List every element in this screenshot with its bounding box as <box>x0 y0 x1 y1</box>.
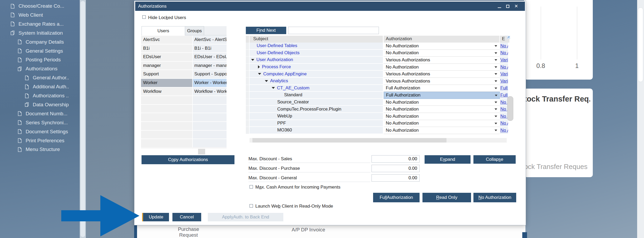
dropdown-caret-icon[interactable] <box>495 123 497 124</box>
user-row[interactable] <box>141 122 227 131</box>
subject-cell[interactable]: User-Defined Tables <box>250 43 384 50</box>
authorization-column-header[interactable]: Authorization <box>384 36 500 43</box>
authorization-cell[interactable]: No Authorization <box>384 113 500 120</box>
dropdown-caret-icon[interactable] <box>495 108 497 110</box>
user-code-cell[interactable] <box>141 105 192 113</box>
user-row[interactable] <box>141 113 227 122</box>
effective-authorization-cell[interactable]: Full Authorization <box>500 85 508 92</box>
tree-row[interactable]: User-Defined ObjectsNo AuthorizationNo A… <box>246 50 509 57</box>
effective-authorization-cell[interactable]: Full Authorization <box>500 92 508 99</box>
sidebar-item[interactable]: Series Synchroni... <box>17 118 68 127</box>
user-name-cell[interactable]: Worker - Worker <box>193 79 227 88</box>
effective-authorization-link[interactable]: No Authorization <box>500 65 508 70</box>
user-row[interactable]: WorkflowWorkflow - Workflow <box>141 88 227 96</box>
user-row[interactable] <box>141 105 227 113</box>
dropdown-caret-icon[interactable] <box>495 80 497 82</box>
subject-cell[interactable]: Process Force <box>250 64 384 71</box>
tree-row[interactable]: AnalyticsVarious AuthorizationsVarious A… <box>246 78 509 85</box>
user-row[interactable]: managermanager - manager <box>141 62 227 70</box>
subject-label[interactable]: Analytics <box>270 78 288 84</box>
user-code-cell[interactable] <box>141 122 192 131</box>
effective-authorization-link[interactable]: Full Authorization <box>500 93 508 98</box>
dropdown-caret-icon[interactable] <box>495 130 497 131</box>
dialog-titlebar[interactable]: Authorizations ✕ <box>135 2 525 11</box>
page-scrollbar[interactable] <box>637 0 644 238</box>
max-discount-purchase-field[interactable]: 0.00 <box>372 165 420 172</box>
collapse-node-icon[interactable] <box>272 87 275 89</box>
user-name-cell[interactable] <box>193 113 227 122</box>
sidebar-scrollbar-thumb[interactable] <box>81 1 85 237</box>
collapse-node-icon[interactable] <box>258 73 261 75</box>
subject-label[interactable]: User-Defined Tables <box>257 43 297 48</box>
effective-authorization-link[interactable]: No Authorization <box>500 100 508 105</box>
tree-row[interactable]: PPFNo AuthorizationNo Authorization <box>246 120 509 127</box>
user-code-cell[interactable] <box>141 131 192 139</box>
effective-authorization-cell[interactable]: No Authorization <box>500 113 508 120</box>
subject-label[interactable]: MO360 <box>277 127 292 133</box>
row-gutter-cell[interactable] <box>246 106 250 113</box>
dropdown-caret-icon[interactable] <box>495 73 497 75</box>
user-row[interactable] <box>141 96 227 105</box>
subject-cell[interactable]: WebUp <box>250 113 384 120</box>
authorizations-tree-table[interactable]: User-Defined TablesNo AuthorizationNo Au… <box>246 43 509 134</box>
user-row[interactable]: EDsUserEDsUser - EDsUser <box>141 53 227 62</box>
user-name-cell[interactable]: EDsUser - EDsUser <box>193 53 227 62</box>
effective-authorization-link[interactable]: No Authorization <box>500 114 508 119</box>
authorization-cell[interactable]: No Authorization <box>384 106 500 113</box>
dropdown-caret-icon[interactable] <box>495 66 497 68</box>
sidebar-item[interactable]: Document Settings <box>17 127 68 136</box>
user-name-cell[interactable] <box>193 96 227 105</box>
subject-label[interactable]: Computec AppEngine <box>263 71 307 77</box>
cancel-button[interactable]: Cancel <box>172 213 201 221</box>
copy-authorizations-button[interactable]: Copy Authorizations <box>142 155 234 164</box>
authorization-cell[interactable]: Various Authorizations <box>384 57 500 64</box>
sidebar-item[interactable]: Exchange Rates a... <box>10 20 64 29</box>
row-gutter-cell[interactable] <box>246 99 250 106</box>
sidebar-item[interactable]: Authorizations .. <box>24 91 69 100</box>
sidebar-item[interactable]: General Settings <box>17 47 63 56</box>
dropdown-caret-icon[interactable] <box>495 102 497 103</box>
users-list-hscroll-thumb[interactable] <box>198 149 205 154</box>
effective-authorization-link[interactable]: No Authorization <box>500 128 508 133</box>
user-name-cell[interactable]: Workflow - Workflow <box>193 88 227 96</box>
row-gutter-cell[interactable] <box>246 85 250 92</box>
authorization-cell[interactable]: Various Authorizations <box>384 71 500 78</box>
collapse-button[interactable]: Collapse <box>473 155 516 164</box>
sidebar-item[interactable]: Document Numb... <box>17 109 67 118</box>
tree-row[interactable]: WebUpNo AuthorizationNo Authorization <box>246 113 509 120</box>
tree-row[interactable]: MO360No AuthorizationNo Authorization <box>246 127 509 134</box>
authorization-cell[interactable]: No Authorization <box>384 50 500 57</box>
user-name-cell[interactable] <box>193 139 227 148</box>
effective-authorization-cell[interactable]: Various Authorizations <box>500 78 508 85</box>
subject-label[interactable]: Standard <box>284 92 302 98</box>
tab-users[interactable]: Users <box>142 26 185 35</box>
tree-row[interactable]: Source_CreatorNo AuthorizationNo Authori… <box>246 99 509 106</box>
tree-vscrollbar-thumb[interactable] <box>507 96 513 121</box>
max-discount-general-field[interactable]: 0.00 <box>372 174 420 182</box>
sidebar-scrollbar[interactable] <box>80 0 86 238</box>
user-code-cell[interactable]: manager <box>141 62 192 70</box>
expand-node-icon[interactable] <box>258 65 260 68</box>
max-discount-sales-field[interactable]: 0.00 <box>372 155 420 163</box>
row-gutter-cell[interactable] <box>246 43 250 50</box>
effective-authorization-link[interactable]: No Authorization <box>500 43 508 49</box>
effective-authorization-link[interactable]: Various Authorizations <box>500 57 508 63</box>
read-only-button[interactable]: Read Only <box>422 193 471 202</box>
dropdown-caret-icon[interactable] <box>495 45 497 47</box>
full-authorization-button[interactable]: Full Authorization <box>373 193 420 202</box>
subject-cell[interactable]: Computec AppEngine <box>250 71 384 78</box>
effective-authorization-link[interactable]: No Authorization <box>500 107 508 112</box>
user-code-cell[interactable]: B1i <box>141 44 192 53</box>
tree-row[interactable]: User AuthorizationVarious Authorizations… <box>246 57 509 64</box>
user-code-cell[interactable]: EDsUser <box>141 53 192 62</box>
user-code-cell[interactable]: Worker <box>141 79 192 88</box>
sidebar-item[interactable]: Authorizations <box>17 64 57 73</box>
dropdown-caret-icon[interactable] <box>495 116 497 117</box>
user-code-cell[interactable]: Workflow <box>141 88 192 96</box>
user-name-cell[interactable]: B1i - B1i <box>193 44 227 53</box>
user-name-cell[interactable] <box>193 131 227 139</box>
user-code-cell[interactable]: AlertSvc <box>141 36 192 44</box>
users-list[interactable]: AlertSvcAlertSvc - AlertSvcB1iB1i - B1iE… <box>141 36 227 148</box>
close-icon[interactable]: ✕ <box>513 2 520 11</box>
sidebar-item[interactable]: Company Details <box>17 38 64 47</box>
